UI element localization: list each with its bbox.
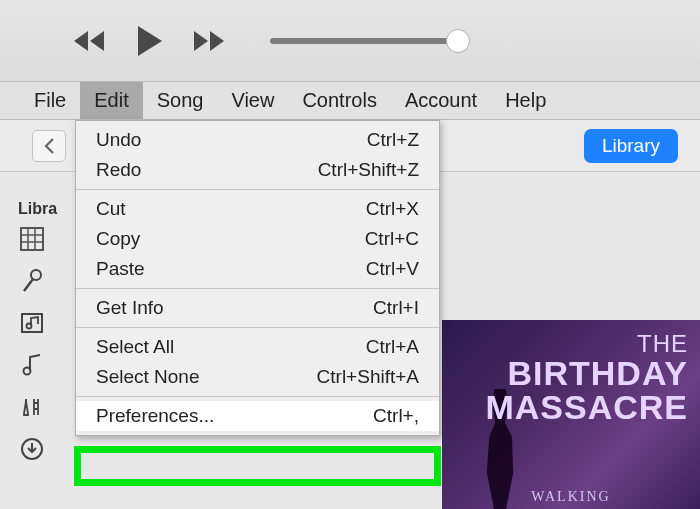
menu-item-label: Redo	[96, 159, 141, 181]
menu-item-label: Select None	[96, 366, 200, 388]
edit-menu-dropdown: UndoCtrl+Z RedoCtrl+Shift+Z CutCtrl+X Co…	[75, 120, 440, 436]
volume-knob[interactable]	[446, 29, 470, 53]
menu-item-shortcut: Ctrl+A	[366, 336, 419, 358]
menu-edit[interactable]: Edit	[80, 82, 142, 119]
menu-item-copy[interactable]: CopyCtrl+C	[76, 224, 439, 254]
menu-item-label: Undo	[96, 129, 141, 151]
svg-rect-7	[22, 314, 42, 332]
menu-item-shortcut: Ctrl+V	[366, 258, 419, 280]
menu-controls[interactable]: Controls	[288, 82, 390, 119]
album-title: THE BIRTHDAY MASSACRE	[485, 332, 688, 424]
svg-point-5	[31, 270, 41, 280]
library-section-label: Libra	[18, 200, 57, 218]
svg-rect-0	[21, 228, 43, 250]
download-icon[interactable]	[18, 435, 46, 463]
menu-item-label: Cut	[96, 198, 126, 220]
menu-item-get-info[interactable]: Get InfoCtrl+I	[76, 293, 439, 323]
menu-item-redo[interactable]: RedoCtrl+Shift+Z	[76, 155, 439, 185]
menu-view[interactable]: View	[217, 82, 288, 119]
menu-item-label: Get Info	[96, 297, 164, 319]
grid-icon[interactable]	[18, 225, 46, 253]
menu-item-select-none[interactable]: Select NoneCtrl+Shift+A	[76, 362, 439, 392]
menu-item-label: Paste	[96, 258, 145, 280]
rewind-button[interactable]	[72, 29, 106, 53]
menu-item-label: Preferences...	[96, 405, 214, 427]
sidebar	[18, 225, 58, 463]
microphone-icon[interactable]	[18, 267, 46, 295]
menu-item-select-all[interactable]: Select AllCtrl+A	[76, 332, 439, 362]
music-note-icon[interactable]	[18, 351, 46, 379]
menu-item-cut[interactable]: CutCtrl+X	[76, 194, 439, 224]
menu-separator	[76, 189, 439, 190]
menu-item-shortcut: Ctrl+Z	[367, 129, 419, 151]
menu-item-preferences[interactable]: Preferences...Ctrl+,	[76, 401, 439, 431]
menu-item-shortcut: Ctrl+Shift+A	[317, 366, 419, 388]
menu-separator	[76, 288, 439, 289]
play-button[interactable]	[132, 24, 166, 58]
menu-item-paste[interactable]: PasteCtrl+V	[76, 254, 439, 284]
album-art[interactable]: THE BIRTHDAY MASSACRE WALKING	[442, 320, 700, 509]
menu-item-label: Copy	[96, 228, 140, 250]
menu-account[interactable]: Account	[391, 82, 491, 119]
album-subtitle: WALKING	[531, 489, 610, 505]
menu-song[interactable]: Song	[143, 82, 218, 119]
back-button[interactable]	[32, 130, 66, 162]
library-button[interactable]: Library	[584, 129, 678, 163]
menu-help[interactable]: Help	[491, 82, 560, 119]
menu-item-shortcut: Ctrl+Shift+Z	[318, 159, 419, 181]
menu-separator	[76, 396, 439, 397]
menu-separator	[76, 327, 439, 328]
highlight-rectangle	[74, 446, 441, 486]
menu-item-label: Select All	[96, 336, 174, 358]
svg-line-6	[24, 279, 33, 291]
menu-item-shortcut: Ctrl+C	[365, 228, 419, 250]
player-bar	[0, 0, 700, 82]
menu-item-shortcut: Ctrl+,	[373, 405, 419, 427]
menu-item-shortcut: Ctrl+I	[373, 297, 419, 319]
menu-bar: File Edit Song View Controls Account Hel…	[0, 82, 700, 120]
menu-file[interactable]: File	[20, 82, 80, 119]
genre-icon[interactable]	[18, 393, 46, 421]
fast-forward-button[interactable]	[192, 29, 226, 53]
volume-slider[interactable]	[270, 38, 458, 44]
menu-item-undo[interactable]: UndoCtrl+Z	[76, 125, 439, 155]
menu-item-shortcut: Ctrl+X	[366, 198, 419, 220]
album-icon[interactable]	[18, 309, 46, 337]
